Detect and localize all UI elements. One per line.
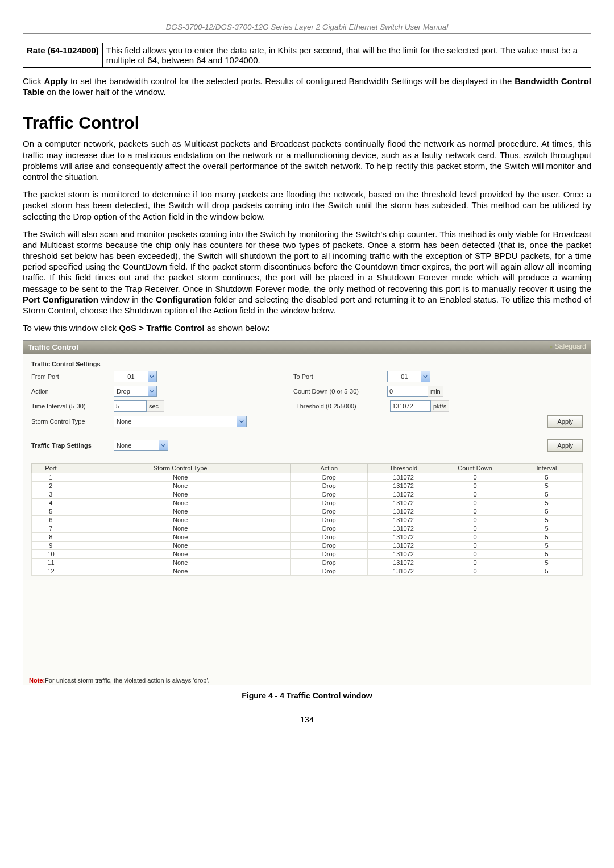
table-cell: 131072 bbox=[368, 507, 439, 516]
table-cell: 5 bbox=[511, 482, 583, 490]
table-cell: 1 bbox=[32, 473, 70, 482]
table-cell: Drop bbox=[291, 499, 368, 507]
table-row: 4NoneDrop13107205 bbox=[32, 499, 583, 507]
table-cell: None bbox=[70, 516, 291, 524]
from-port-value: 01 bbox=[114, 373, 148, 380]
traffic-control-table: Port Storm Control Type Action Threshold… bbox=[31, 463, 583, 576]
table-cell: 5 bbox=[511, 559, 583, 567]
table-row: 8NoneDrop13107205 bbox=[32, 533, 583, 542]
apply-settings-button[interactable]: Apply bbox=[547, 415, 583, 428]
table-cell: None bbox=[70, 490, 291, 499]
action-value: Drop bbox=[114, 388, 148, 395]
table-row: 12NoneDrop13107205 bbox=[32, 567, 583, 576]
col-action: Action bbox=[291, 464, 368, 473]
figure-caption: Figure 4 - 4 Traffic Control window bbox=[23, 691, 591, 700]
table-row: 6NoneDrop13107205 bbox=[32, 516, 583, 524]
table-row: 5NoneDrop13107205 bbox=[32, 507, 583, 516]
section-heading: Traffic Control bbox=[23, 113, 591, 133]
paragraph-2: The packet storm is monitored to determi… bbox=[23, 189, 591, 222]
table-cell: Drop bbox=[291, 507, 368, 516]
window-titlebar: Traffic Control ● Safeguard bbox=[23, 341, 591, 354]
table-cell: 0 bbox=[439, 559, 511, 567]
safeguard-icon: ● bbox=[549, 344, 553, 350]
table-cell: 131072 bbox=[368, 542, 439, 550]
action-select[interactable]: Drop bbox=[114, 386, 157, 397]
table-cell: 131072 bbox=[368, 473, 439, 482]
text: Click bbox=[23, 76, 44, 86]
from-port-select[interactable]: 01 bbox=[114, 371, 157, 382]
table-cell: Drop bbox=[291, 542, 368, 550]
interval-unit: sec bbox=[147, 400, 164, 412]
bold-qospath: QoS > Traffic Control bbox=[119, 323, 204, 333]
col-port: Port bbox=[32, 464, 70, 473]
action-label: Action bbox=[31, 388, 114, 395]
table-cell: 5 bbox=[511, 507, 583, 516]
col-threshold: Threshold bbox=[368, 464, 439, 473]
table-cell: 5 bbox=[511, 499, 583, 507]
chevron-down-icon bbox=[148, 386, 156, 396]
table-cell: 5 bbox=[511, 567, 583, 576]
apply-trap-button[interactable]: Apply bbox=[547, 439, 583, 452]
to-port-value: 01 bbox=[388, 373, 421, 380]
table-cell: 131072 bbox=[368, 524, 439, 533]
to-port-select[interactable]: 01 bbox=[387, 371, 430, 382]
table-cell: 0 bbox=[439, 533, 511, 542]
table-cell: None bbox=[70, 499, 291, 507]
interval-input[interactable]: 5 bbox=[114, 400, 147, 412]
table-cell: None bbox=[70, 567, 291, 576]
apply-paragraph: Click Apply to set the bandwidth control… bbox=[23, 76, 591, 97]
table-cell: 12 bbox=[32, 567, 70, 576]
table-cell: 5 bbox=[511, 473, 583, 482]
trap-settings-select[interactable]: None bbox=[114, 440, 168, 451]
table-row: 1NoneDrop13107205 bbox=[32, 473, 583, 482]
table-cell: 4 bbox=[32, 499, 70, 507]
table-row: 11NoneDrop13107205 bbox=[32, 559, 583, 567]
table-cell: 5 bbox=[511, 542, 583, 550]
doc-header: DGS-3700-12/DGS-3700-12G Series Layer 2 … bbox=[23, 23, 591, 34]
table-row: 3NoneDrop13107205 bbox=[32, 490, 583, 499]
text: to set the bandwidth control for the sel… bbox=[68, 76, 515, 86]
storm-type-label: Storm Control Type bbox=[31, 418, 114, 425]
rate-label: Rate (64-1024000) bbox=[23, 43, 103, 68]
table-cell: None bbox=[70, 482, 291, 490]
table-cell: 3 bbox=[32, 490, 70, 499]
trap-settings-label: Traffic Trap Settings bbox=[31, 442, 114, 449]
chevron-down-icon bbox=[159, 440, 168, 450]
table-cell: None bbox=[70, 507, 291, 516]
safeguard-badge: ● Safeguard bbox=[549, 342, 586, 350]
bold-apply: Apply bbox=[44, 76, 68, 86]
to-port-label: To Port bbox=[293, 373, 387, 380]
table-cell: 6 bbox=[32, 516, 70, 524]
table-cell: 131072 bbox=[368, 499, 439, 507]
page-number: 134 bbox=[23, 715, 591, 724]
table-cell: 9 bbox=[32, 542, 70, 550]
table-cell: 0 bbox=[439, 482, 511, 490]
safeguard-text: Safeguard bbox=[555, 342, 586, 350]
interval-label: Time Interval (5-30) bbox=[31, 403, 114, 410]
table-cell: 0 bbox=[439, 516, 511, 524]
countdown-input[interactable]: 0 bbox=[387, 386, 428, 397]
table-row: 7NoneDrop13107205 bbox=[32, 524, 583, 533]
settings-heading: Traffic Control Settings bbox=[31, 361, 583, 367]
table-cell: 131072 bbox=[368, 516, 439, 524]
threshold-unit: pkt/s bbox=[431, 400, 449, 412]
from-port-label: From Port bbox=[31, 373, 114, 380]
countdown-label: Count Down (0 or 5-30) bbox=[293, 388, 387, 395]
table-cell: Drop bbox=[291, 524, 368, 533]
table-cell: 131072 bbox=[368, 559, 439, 567]
table-cell: Drop bbox=[291, 473, 368, 482]
table-cell: 0 bbox=[439, 490, 511, 499]
paragraph-1: On a computer network, packets such as M… bbox=[23, 138, 591, 182]
table-cell: Drop bbox=[291, 482, 368, 490]
threshold-input[interactable]: 131072 bbox=[390, 400, 431, 412]
table-cell: 131072 bbox=[368, 482, 439, 490]
chevron-down-icon bbox=[237, 416, 246, 427]
note-text: For unicast storm traffic, the violated … bbox=[45, 677, 210, 684]
storm-type-select[interactable]: None bbox=[114, 416, 247, 427]
table-cell: 8 bbox=[32, 533, 70, 542]
text: on the lower half of the window. bbox=[44, 87, 165, 97]
table-cell: 131072 bbox=[368, 567, 439, 576]
table-cell: 131072 bbox=[368, 550, 439, 559]
window-title: Traffic Control bbox=[28, 343, 78, 352]
table-cell: 0 bbox=[439, 507, 511, 516]
